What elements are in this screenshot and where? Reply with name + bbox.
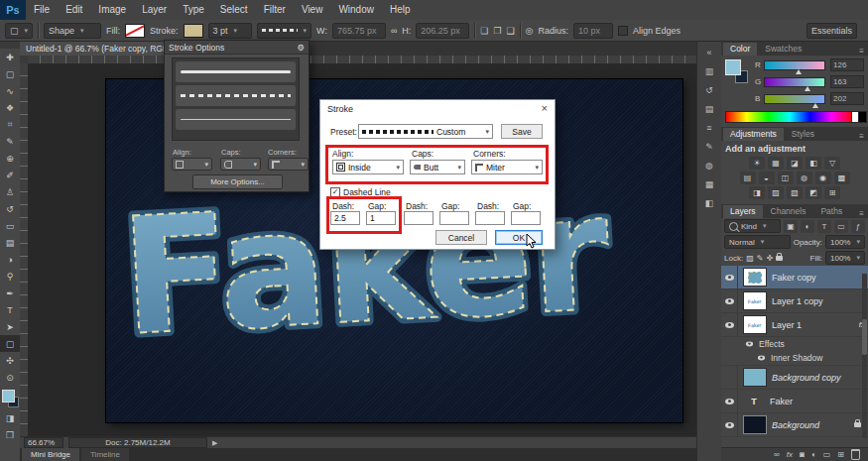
paragraph-panel-icon[interactable]: ◧ [700,196,718,209]
visibility-toggle[interactable] [721,390,738,412]
crop-tool-icon[interactable]: ⌗ [0,116,20,133]
layer-name[interactable]: Layer 1 [772,320,802,330]
layer-thumbnail[interactable] [743,415,767,434]
color-balance-icon[interactable]: ◒ [759,172,775,184]
blue-value-field[interactable]: 202 [830,92,864,105]
quick-mask-icon[interactable]: ◨ [0,409,20,426]
radius-field[interactable]: 10 px [573,23,613,39]
panel-menu-icon[interactable]: ≡ [855,209,868,218]
visibility-toggle[interactable] [721,313,738,336]
brush-panel-icon[interactable]: ✎ [700,140,718,153]
stroke-width-field[interactable]: 3 pt [208,23,252,39]
dodge-tool-icon[interactable]: ⚲ [0,268,20,285]
layer-thumbnail[interactable] [743,268,767,287]
add-layer-mask-icon[interactable]: ◙ [800,450,805,459]
path-operations-icon[interactable]: ❏ [480,26,488,36]
new-group-icon[interactable]: ▭ [823,450,831,459]
type-layer-thumbnail[interactable]: T [743,397,765,406]
color-swatch-pair[interactable] [725,59,751,85]
path-selection-tool-icon[interactable]: ➤ [0,318,20,335]
blue-slider-thumb[interactable] [812,103,818,108]
align-select[interactable]: Inside [332,160,404,174]
opacity-field[interactable]: 100% [825,235,865,249]
gap1-input[interactable]: 1 [366,211,396,225]
layer-thumbnail[interactable] [743,368,767,387]
zoom-tool-icon[interactable]: ⊙ [0,369,20,386]
menu-select[interactable]: Select [212,0,256,20]
blend-mode-select[interactable]: Normal [724,235,791,249]
gradient-tool-icon[interactable]: ▤ [0,234,20,251]
new-adjustment-layer-icon[interactable]: ◐ [811,450,816,459]
filter-kind-select[interactable]: Kind [724,219,781,233]
clone-stamp-tool-icon[interactable]: ♙ [0,183,20,200]
eye-icon[interactable] [746,342,753,347]
stroke-style-picker[interactable] [257,23,312,39]
effects-label[interactable]: Effects [759,339,785,349]
lock-transparency-icon[interactable]: ▨ [746,254,754,263]
dash1-input[interactable]: 2.5 [330,211,360,225]
corners-select[interactable]: Miter [471,160,543,174]
layer-name[interactable]: Layer 1 copy [772,296,823,306]
stroke-swatch[interactable] [184,24,203,38]
green-slider[interactable] [764,77,825,87]
status-options-icon[interactable]: ▶ [212,439,217,447]
history-brush-tool-icon[interactable]: ↺ [0,200,20,217]
menu-edit[interactable]: Edit [58,0,90,20]
menu-file[interactable]: File [26,0,58,20]
shape-height-field[interactable]: 206.25 px [416,23,469,39]
stroke-style-dashed[interactable] [176,85,296,106]
rectangle-tool-icon[interactable]: ▢ [0,335,20,352]
gap3-input[interactable] [511,211,541,225]
menu-type[interactable]: Type [175,0,212,20]
link-layers-icon[interactable]: ∞ [774,450,780,459]
fill-swatch-none[interactable] [125,24,145,38]
layer-row-faker-copy[interactable]: Faker copy [721,266,868,289]
filter-adjustment-icon[interactable]: ◐ [801,220,814,233]
foreground-color-chip[interactable] [725,59,741,75]
align-edges-checkbox[interactable] [618,26,628,36]
menu-window[interactable]: Window [330,0,382,20]
menu-layer[interactable]: Layer [134,0,175,20]
eye-icon[interactable] [758,356,765,361]
lock-position-icon[interactable]: ✜ [766,254,773,263]
photo-filter-icon[interactable]: ◍ [797,172,812,184]
menu-view[interactable]: View [294,0,331,20]
color-spectrum-ramp[interactable] [725,111,854,123]
lasso-tool-icon[interactable]: ∿ [0,82,20,99]
tab-timeline[interactable]: Timeline [81,448,129,461]
lock-all-icon[interactable] [776,256,783,261]
toolbar-collapse[interactable] [0,42,20,49]
brush-tool-icon[interactable]: ✐ [0,167,20,183]
info-panel-icon[interactable]: ▤ [700,102,718,115]
close-icon[interactable]: × [542,103,548,114]
filter-image-icon[interactable]: ▣ [784,220,798,233]
brightness-contrast-icon[interactable]: ☀ [749,157,765,170]
channel-mixer-icon[interactable]: ◉ [815,172,831,184]
red-slider[interactable] [764,60,825,70]
actions-panel-icon[interactable]: ≡ [700,121,718,134]
eraser-tool-icon[interactable]: ▭ [0,217,20,234]
threshold-icon[interactable]: ▧ [787,186,803,199]
tab-paths[interactable]: Paths [813,205,849,218]
layer-row-inner-shadow[interactable]: Inner Shadow [721,351,868,366]
corners-select[interactable]: ▾ [268,158,309,171]
pen-tool-icon[interactable]: ✒ [0,285,20,301]
history-panel-icon[interactable]: ▥ [700,64,718,77]
layer-row-background-copy[interactable]: Background copy [721,366,868,390]
properties-panel-icon[interactable]: ↺ [700,83,718,96]
layer-name[interactable]: Background [772,420,819,430]
workspace-switcher[interactable]: Essentials [806,23,857,39]
green-value-field[interactable]: 163 [830,75,864,88]
path-arrangement-icon[interactable]: ❑ [506,26,514,36]
clone-source-panel-icon[interactable]: ◍ [700,159,718,172]
exposure-icon[interactable]: ◧ [806,157,821,170]
scrollbar-thumb[interactable] [862,319,867,355]
healing-brush-tool-icon[interactable]: ⊕ [0,150,20,167]
stroke-style-solid[interactable] [176,61,296,82]
posterize-icon[interactable]: ▨ [768,186,784,199]
foreground-color-swatch[interactable] [2,390,15,403]
link-dimensions-icon[interactable]: ∞ [391,26,397,36]
shape-width-field[interactable]: 765.75 px [332,23,386,39]
layer-name[interactable]: Background copy [772,373,841,383]
black-chip[interactable] [858,111,867,123]
